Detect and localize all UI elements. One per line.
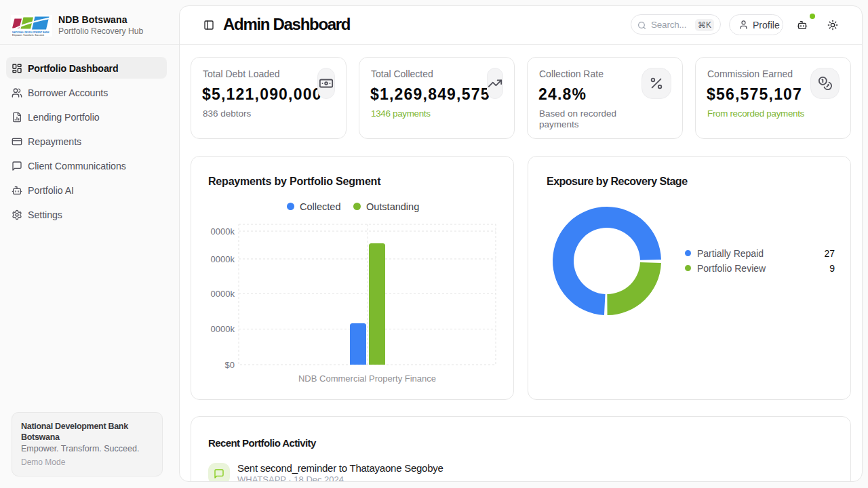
svg-text:NDB Commercial Property Financ: NDB Commercial Property Finance [298,373,436,384]
svg-text:Empower. Transform. Succeed.: Empower. Transform. Succeed. [12,34,44,37]
svg-text:$0: $0 [225,360,235,370]
svg-text:0000k: 0000k [211,324,235,334]
svg-text:0000k: 0000k [211,254,235,264]
svg-text:NATIONAL DEVELOPMENT BANK: NATIONAL DEVELOPMENT BANK [12,31,50,34]
svg-text:0000k: 0000k [211,289,235,299]
svg-text:0000k: 0000k [211,226,235,237]
